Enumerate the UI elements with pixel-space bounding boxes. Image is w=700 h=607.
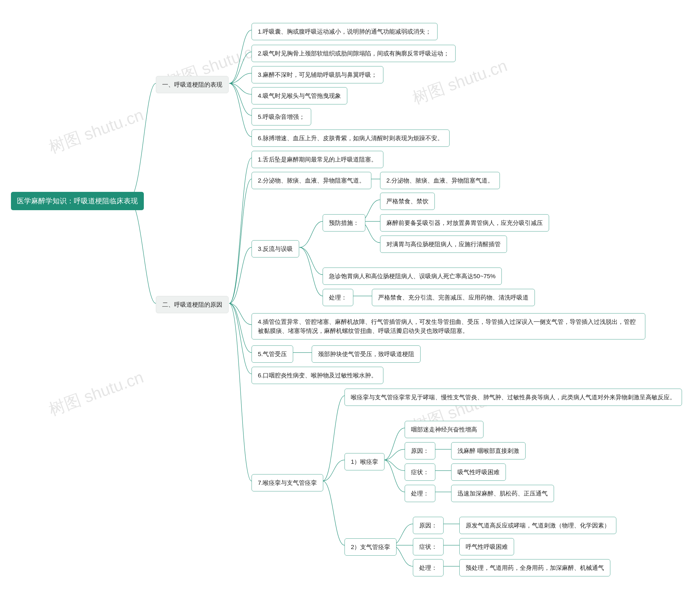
laryngo-text: 1）喉痉挛 [351, 457, 378, 466]
s1-item-1[interactable]: 1.呼吸囊、胸或腹呼吸运动减小，说明肺的通气功能减弱或消失； [251, 23, 437, 40]
s1-item-2[interactable]: 2.吸气时见胸骨上颈部软组织或肋间隙塌陷，间或有胸廓反常呼吸运动； [251, 45, 456, 62]
broncho-handle-sub-text: 预处理，气道用药，全身用药，加深麻醉、机械通气 [466, 563, 604, 572]
watermark: 树图 shutu.cn [46, 366, 147, 421]
s2-item4-text: 4.插管位置异常、管腔堵塞、麻醉机故障、行气管插管病人，可发生导管扭曲、受压，导… [258, 317, 639, 335]
laryngo-vagus[interactable]: 咽部迷走神经兴奋性增高 [405, 421, 483, 438]
laryngo-vagus-text: 咽部迷走神经兴奋性增高 [411, 425, 477, 434]
broncho-text: 2）支气管痉挛 [351, 543, 390, 551]
s1-item-4[interactable]: 4.吸气时见喉头与气管拖曳现象 [251, 87, 347, 104]
s1-item-6-text: 6.脉搏增速、血压上升、皮肤青紫，如病人清醒时则表现为烦躁不安。 [258, 134, 443, 143]
s2-item3-handle-sub[interactable]: 严格禁食、充分引流、完善减压、应用药物、清洗呼吸道 [372, 289, 535, 306]
laryngo-cause[interactable]: 原因： [405, 442, 435, 459]
laryngo-handle[interactable]: 处理： [405, 485, 435, 502]
s2-item3-text: 3.反流与误吸 [258, 244, 293, 253]
laryngo-symptom-text: 症状： [411, 468, 429, 477]
s2-item5-sub-text: 颈部肿块使气管受压，致呼吸道梗阻 [318, 350, 414, 359]
s2-item4[interactable]: 4.插管位置异常、管腔堵塞、麻醉机故障、行气管插管病人，可发生导管扭曲、受压，导… [251, 313, 645, 339]
s2-item3-prevent-a-text: 严格禁食、禁饮 [386, 197, 429, 206]
s2-item3-note[interactable]: 急诊饱胃病人和高位肠梗阻病人、误吸病人死亡率高达50~75% [323, 268, 502, 285]
s1-item-6[interactable]: 6.脉搏增速、血压上升、皮肤青紫，如病人清醒时则表现为烦躁不安。 [251, 129, 450, 147]
broncho-handle-sub[interactable]: 预处理，气道用药，全身用药，加深麻醉、机械通气 [459, 559, 610, 577]
s2-item2-sub-text: 2.分泌物、脓痰、血液、异物阻塞气道。 [386, 176, 494, 185]
s1-item-5[interactable]: 5.呼吸杂音增强； [251, 108, 311, 125]
root-label: 医学麻醉学知识：呼吸道梗阻临床表现 [17, 196, 138, 206]
broncho-symptom-text: 症状： [419, 542, 437, 551]
section1-label: 一、呼吸道梗阻的表现 [162, 80, 222, 89]
s2-item3-prevent-text: 预防措施： [329, 218, 359, 227]
broncho[interactable]: 2）支气管痉挛 [345, 538, 396, 556]
broncho-cause-text: 原因： [419, 521, 437, 530]
laryngo-cause-text: 原因： [411, 446, 429, 455]
laryngo-cause-sub[interactable]: 浅麻醉 咽喉部直接刺激 [451, 442, 526, 459]
broncho-cause[interactable]: 原因： [413, 517, 444, 534]
s2-item3[interactable]: 3.反流与误吸 [251, 240, 299, 257]
s1-item-3[interactable]: 3.麻醉不深时，可见辅助呼吸肌与鼻翼呼吸； [251, 66, 383, 83]
s2-item2-sub[interactable]: 2.分泌物、脓痰、血液、异物阻塞气道。 [380, 172, 500, 189]
s2-item3-handle-sub-text: 严格禁食、充分引流、完善减压、应用药物、清洗呼吸道 [378, 293, 529, 302]
watermark: 树图 shutu.cn [409, 55, 510, 109]
broncho-symptom-sub-text: 呼气性呼吸困难 [466, 542, 508, 551]
s2-item7-intro[interactable]: 喉痉挛与支气管痉挛常见于哮喘、慢性支气管炎、肺气肿、过敏性鼻炎等病人，此类病人气… [345, 389, 682, 406]
broncho-handle-text: 处理： [419, 563, 437, 572]
section2-label: 二、呼吸道梗阻的原因 [162, 300, 222, 309]
s2-item3-prevent-a[interactable]: 严格禁食、禁饮 [380, 193, 435, 210]
s2-item6-text: 6.口咽腔炎性病变、喉肿物及过敏性喉水肿。 [258, 371, 377, 380]
s2-item5-text: 5.气管受压 [258, 350, 287, 359]
s2-item7-intro-text: 喉痉挛与支气管痉挛常见于哮喘、慢性支气管炎、肺气肿、过敏性鼻炎等病人，此类病人气… [351, 393, 676, 402]
laryngo-symptom[interactable]: 症状： [405, 463, 435, 481]
s2-item3-prevent-c[interactable]: 对满胃与高位肠梗阻病人，应施行清醒插管 [380, 235, 507, 253]
s2-item6[interactable]: 6.口咽腔炎性病变、喉肿物及过敏性喉水肿。 [251, 367, 383, 384]
s1-item-3-text: 3.麻醉不深时，可见辅助呼吸肌与鼻翼呼吸； [258, 70, 377, 79]
watermark: 树图 shutu.cn [46, 104, 147, 159]
s2-item1[interactable]: 1.舌后坠是麻醉期间最常见的上呼吸道阻塞。 [251, 151, 383, 168]
s2-item7-text: 7.喉痉挛与支气管痉挛 [258, 478, 317, 487]
s2-item3-handle[interactable]: 处理： [323, 289, 353, 306]
laryngo-symptom-sub[interactable]: 吸气性呼吸困难 [451, 463, 506, 481]
section2-node[interactable]: 二、呼吸道梗阻的原因 [156, 296, 229, 313]
s2-item2[interactable]: 2.分泌物、脓痰、血液、异物阻塞气道。 [251, 172, 371, 189]
s2-item2-text: 2.分泌物、脓痰、血液、异物阻塞气道。 [258, 176, 365, 185]
root-node[interactable]: 医学麻醉学知识：呼吸道梗阻临床表现 [11, 192, 144, 210]
laryngo[interactable]: 1）喉痉挛 [345, 453, 385, 470]
s2-item3-handle-text: 处理： [329, 293, 347, 302]
s1-item-1-text: 1.呼吸囊、胸或腹呼吸运动减小，说明肺的通气功能减弱或消失； [258, 27, 431, 36]
s1-item-2-text: 2.吸气时见胸骨上颈部软组织或肋间隙塌陷，间或有胸廓反常呼吸运动； [258, 49, 449, 58]
s1-item-5-text: 5.呼吸杂音增强； [258, 112, 305, 121]
laryngo-cause-sub-text: 浅麻醉 咽喉部直接刺激 [457, 446, 519, 455]
laryngo-symptom-sub-text: 吸气性呼吸困难 [457, 468, 499, 477]
section1-node[interactable]: 一、呼吸道梗阻的表现 [156, 76, 229, 93]
s2-item3-note-text: 急诊饱胃病人和高位肠梗阻病人、误吸病人死亡率高达50~75% [329, 272, 495, 281]
s2-item3-prevent-b-text: 麻醉前要备妥吸引器，对放置鼻胃管病人，应充分吸引减压 [386, 218, 543, 227]
broncho-cause-sub[interactable]: 原发气道高反应或哮喘，气道刺激（物理、化学因素） [459, 517, 616, 534]
s2-item7[interactable]: 7.喉痉挛与支气管痉挛 [251, 474, 323, 491]
broncho-symptom[interactable]: 症状： [413, 538, 444, 556]
laryngo-handle-sub-text: 迅速加深麻醉、肌松药、正压通气 [457, 489, 548, 498]
broncho-handle[interactable]: 处理： [413, 559, 444, 577]
broncho-symptom-sub[interactable]: 呼气性呼吸困难 [459, 538, 514, 556]
laryngo-handle-sub[interactable]: 迅速加深麻醉、肌松药、正压通气 [451, 485, 554, 502]
s2-item5-sub[interactable]: 颈部肿块使气管受压，致呼吸道梗阻 [312, 346, 420, 363]
s2-item5[interactable]: 5.气管受压 [251, 346, 293, 363]
laryngo-handle-text: 处理： [411, 489, 429, 498]
broncho-cause-sub-text: 原发气道高反应或哮喘，气道刺激（物理、化学因素） [466, 521, 610, 530]
s2-item3-prevent[interactable]: 预防措施： [323, 214, 365, 231]
s2-item1-text: 1.舌后坠是麻醉期间最常见的上呼吸道阻塞。 [258, 155, 377, 164]
s2-item3-prevent-b[interactable]: 麻醉前要备妥吸引器，对放置鼻胃管病人，应充分吸引减压 [380, 214, 549, 231]
s1-item-4-text: 4.吸气时见喉头与气管拖曳现象 [258, 91, 341, 100]
s2-item3-prevent-c-text: 对满胃与高位肠梗阻病人，应施行清醒插管 [386, 240, 501, 249]
